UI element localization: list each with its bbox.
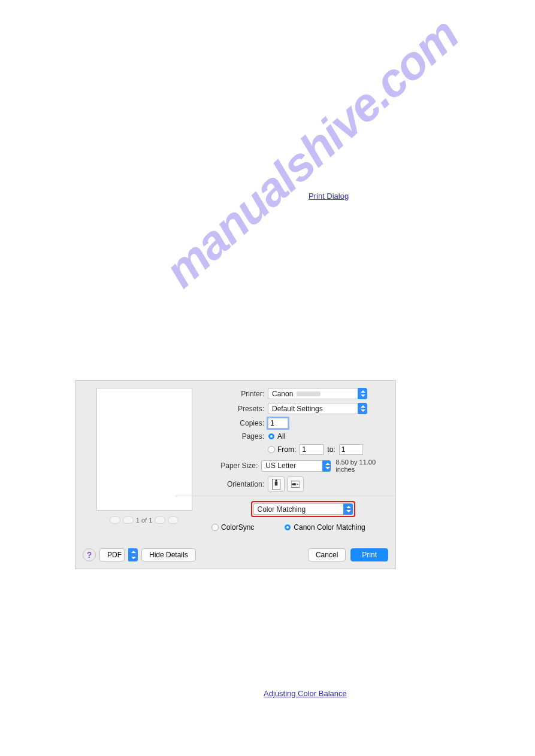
print-button[interactable]: Print <box>350 548 388 561</box>
printer-select[interactable]: Canon <box>268 388 358 399</box>
dropdown-toggle-icon[interactable] <box>322 460 331 472</box>
portrait-icon <box>272 479 280 490</box>
from-label: From: <box>277 445 296 454</box>
print-dialog-screenshot: 1 of 1 Printer: Canon Presets: Default S… <box>75 380 396 569</box>
print-preview <box>96 388 192 511</box>
pages-all-text: All <box>277 432 285 441</box>
canon-matching-label: Canon Color Matching <box>294 523 365 532</box>
nav-first-icon[interactable] <box>110 517 120 524</box>
nav-prev-icon[interactable] <box>123 517 134 524</box>
colorsync-radio[interactable] <box>211 524 219 531</box>
to-label: to: <box>327 445 335 454</box>
help-button[interactable]: ? <box>83 548 96 561</box>
paper-dims-text: 8.50 by 11.00 inches <box>335 459 388 473</box>
dropdown-toggle-icon[interactable] <box>343 503 353 515</box>
pages-all-radio[interactable] <box>268 433 275 440</box>
orientation-landscape-button[interactable] <box>287 476 304 492</box>
svg-point-2 <box>275 479 277 481</box>
dropdown-toggle-icon[interactable] <box>358 403 367 414</box>
presets-select[interactable]: Default Settings <box>268 403 358 414</box>
dropdown-toggle-icon[interactable] <box>358 388 367 399</box>
cancel-button[interactable]: Cancel <box>308 548 346 561</box>
svg-point-5 <box>292 484 294 485</box>
watermark-text: manualshive.com <box>115 0 507 333</box>
page-of-label: 1 of 1 <box>136 517 153 524</box>
page-nav: 1 of 1 <box>83 517 205 524</box>
landscape-icon <box>291 479 300 490</box>
orientation-label: Orientation: <box>217 480 264 488</box>
pages-range-radio[interactable] <box>268 446 275 453</box>
nav-last-icon[interactable] <box>168 517 179 524</box>
copies-input[interactable]: 1 <box>268 418 288 429</box>
copies-label: Copies: <box>217 419 264 427</box>
paper-size-label: Paper Size: <box>217 462 258 470</box>
hide-details-button[interactable]: Hide Details <box>141 548 196 561</box>
from-input[interactable]: 1 <box>300 444 324 455</box>
colorsync-label: ColorSync <box>221 523 254 532</box>
related-topic-link[interactable]: Adjusting Color Balance <box>264 689 347 698</box>
print-dialog-link[interactable]: Print Dialog <box>309 192 349 201</box>
highlighted-section-box: Color Matching <box>251 501 355 517</box>
svg-rect-1 <box>275 482 278 486</box>
pages-label: Pages: <box>217 432 264 441</box>
printer-label: Printer: <box>217 390 264 398</box>
presets-label: Presets: <box>217 405 264 413</box>
dropdown-toggle-icon[interactable] <box>128 548 138 561</box>
orientation-portrait-button[interactable] <box>268 476 285 492</box>
to-input[interactable]: 1 <box>339 444 363 455</box>
paper-size-select[interactable]: US Letter <box>261 460 322 472</box>
canon-matching-radio[interactable] <box>284 524 291 531</box>
nav-next-icon[interactable] <box>155 517 165 524</box>
section-select[interactable]: Color Matching <box>253 503 343 515</box>
pdf-menu-button[interactable]: PDF <box>99 548 125 561</box>
